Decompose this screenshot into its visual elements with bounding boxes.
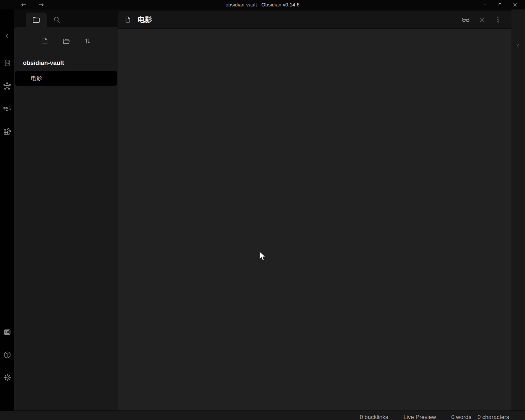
- minimize-icon: [483, 2, 487, 7]
- tab-search[interactable]: [48, 13, 66, 27]
- more-options-button[interactable]: [494, 15, 503, 24]
- chevron-left-icon: [3, 32, 11, 40]
- zettelkasten-card-icon: [3, 105, 11, 113]
- help-icon: [3, 351, 12, 359]
- back-arrow-icon: [20, 1, 27, 8]
- note-title: 电影: [138, 15, 152, 24]
- close-window-button[interactable]: [507, 0, 522, 9]
- collapse-left-sidebar-button[interactable]: [3, 32, 11, 40]
- expand-right-sidebar-button[interactable]: [514, 42, 522, 50]
- window-controls: [478, 0, 522, 9]
- tab-file-explorer[interactable]: [26, 13, 47, 27]
- navigate-back-button[interactable]: [19, 1, 28, 8]
- editor-mode-toggle[interactable]: Live Preview: [404, 414, 436, 420]
- window-title: obsidian-vault - Obsidian v0.14.6: [0, 0, 525, 9]
- quick-switcher-icon: [3, 59, 11, 67]
- new-folder-icon: [62, 37, 70, 45]
- glasses-icon: [461, 15, 470, 24]
- graph-view-icon: [3, 82, 11, 90]
- backlinks-count[interactable]: 0 backlinks: [360, 414, 388, 420]
- file-explorer-panel: obsidian-vault 电影: [14, 27, 118, 411]
- quick-switcher-button[interactable]: [3, 59, 11, 67]
- gear-icon: [3, 373, 12, 382]
- character-count: 0 characters: [477, 414, 509, 420]
- help-button[interactable]: [3, 351, 11, 359]
- editor-pane: 电影: [118, 11, 511, 411]
- minimize-button[interactable]: [478, 0, 493, 9]
- reading-view-button[interactable]: [461, 15, 470, 24]
- vault-name[interactable]: obsidian-vault: [23, 60, 64, 67]
- left-ribbon: [0, 9, 14, 411]
- vault-icon: [3, 328, 12, 336]
- graph-view-button[interactable]: [3, 82, 11, 90]
- chevron-left-icon: [515, 42, 522, 49]
- word-count: 0 words: [451, 414, 472, 420]
- editor-header: 电影: [118, 11, 511, 29]
- settings-button[interactable]: [3, 373, 11, 381]
- maximize-icon: [498, 2, 502, 7]
- close-icon: [478, 16, 486, 23]
- navigate-forward-button[interactable]: [37, 1, 46, 8]
- zettelkasten-note-button[interactable]: [3, 105, 11, 113]
- sort-arrows-icon: [84, 37, 92, 45]
- more-options-dots-icon: [495, 16, 502, 23]
- random-note-blocks-icon: [3, 127, 11, 135]
- title-bar: obsidian-vault - Obsidian v0.14.6: [0, 0, 525, 9]
- editor-content[interactable]: [118, 30, 511, 411]
- status-bar: 0 backlinks Live Preview 0 words 0 chara…: [0, 411, 525, 420]
- forward-arrow-icon: [38, 1, 45, 8]
- folder-icon: [32, 15, 41, 24]
- search-icon: [53, 16, 61, 24]
- new-note-button[interactable]: [41, 37, 49, 45]
- document-icon: [124, 16, 132, 23]
- obsidian-window: obsidian-vault - Obsidian v0.14.6: [0, 0, 525, 420]
- file-name: 电影: [15, 75, 42, 82]
- explorer-action-bar: [14, 37, 118, 45]
- close-icon: [512, 2, 518, 7]
- random-note-button[interactable]: [3, 127, 11, 135]
- sort-order-button[interactable]: [84, 37, 92, 45]
- editor-actions: [461, 15, 503, 24]
- vault-switcher-button[interactable]: [3, 328, 11, 336]
- new-folder-button[interactable]: [62, 37, 70, 45]
- file-list-item-selected[interactable]: 电影: [15, 71, 117, 86]
- maximize-button[interactable]: [493, 0, 507, 9]
- new-note-icon: [41, 37, 49, 45]
- close-pane-button[interactable]: [478, 15, 486, 24]
- right-sidebar-collapsed: [511, 9, 525, 411]
